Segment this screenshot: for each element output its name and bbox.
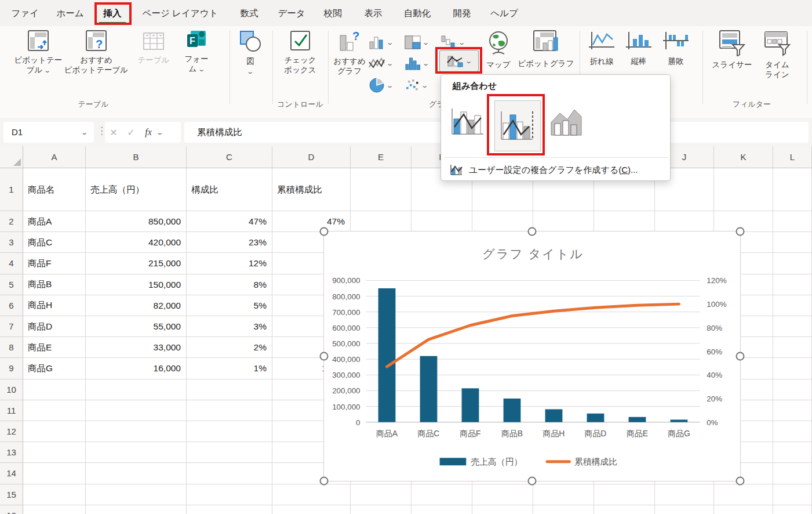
column-header-A[interactable]: A — [23, 146, 86, 168]
row-header-7[interactable]: 7 — [0, 316, 23, 337]
chart-resize-handle[interactable] — [736, 477, 745, 486]
combo-stacked-area-column-option[interactable] — [548, 104, 585, 141]
cell-D2[interactable]: 47% — [272, 211, 351, 232]
line-chart-button[interactable]: ⌄ — [369, 54, 401, 73]
recommended-pivot-button[interactable]: ? おすすめピボットテーブル — [65, 30, 128, 75]
cell-C7[interactable]: 3% — [187, 316, 272, 337]
row-header-1[interactable]: 1 — [0, 168, 23, 211]
tab-data[interactable]: データ — [276, 5, 307, 22]
pivot-table-button[interactable]: ピボットテーブル ⌄ — [13, 30, 64, 75]
enter-icon[interactable]: ✓ — [122, 127, 140, 138]
cell-A2[interactable]: 商品A — [23, 211, 86, 232]
cell-B3[interactable]: 420,000 — [86, 232, 187, 253]
combo-clustered-column-line-option[interactable] — [448, 104, 486, 141]
column-header-B[interactable]: B — [86, 146, 187, 168]
cancel-icon[interactable]: ✕ — [105, 127, 122, 138]
statistic-chart-button[interactable]: ⌄ — [405, 54, 437, 73]
cell-C1[interactable]: 構成比 — [187, 168, 272, 211]
row-header-11[interactable]: 11 — [0, 400, 23, 421]
create-custom-combo-chart-menu-item[interactable]: ユーザー設定の複合グラフを作成する(C)... — [449, 162, 638, 178]
chart-resize-handle[interactable] — [736, 352, 745, 361]
tab-developer[interactable]: 開発 — [447, 5, 477, 22]
cell-C8[interactable]: 2% — [187, 337, 272, 358]
chart-resize-handle[interactable] — [528, 477, 537, 486]
column-header-D[interactable]: D — [272, 146, 351, 168]
timeline-button[interactable]: タイムライン — [759, 30, 795, 79]
cell-B7[interactable]: 55,000 — [86, 316, 187, 337]
cell-A5[interactable]: 商品B — [23, 274, 86, 295]
tab-insert[interactable]: 挿入 — [97, 5, 128, 22]
cell-C2[interactable]: 47% — [187, 211, 272, 232]
chart-resize-handle[interactable] — [320, 352, 329, 361]
row-header-10[interactable]: 10 — [0, 379, 23, 400]
row-header-2[interactable]: 2 — [0, 211, 23, 232]
cell-B1[interactable]: 売上高（円） — [86, 168, 187, 211]
pareto-combo-chart[interactable]: 0100,000200,000300,000400,000500,000600,… — [323, 231, 741, 482]
cell-B9[interactable]: 16,000 — [86, 358, 187, 379]
row-header-6[interactable]: 6 — [0, 295, 23, 316]
cell-A9[interactable]: 商品G — [23, 358, 86, 379]
column-chart-button[interactable]: ⌄ — [369, 33, 401, 52]
cell-A6[interactable]: 商品H — [23, 295, 86, 316]
slicer-button[interactable]: スライサー — [708, 30, 756, 70]
tab-help[interactable]: ヘルプ — [489, 5, 520, 22]
cell-A8[interactable]: 商品E — [23, 337, 86, 358]
cell-A1[interactable]: 商品名 — [23, 168, 86, 211]
chevron-down-icon[interactable]: ⌄ — [81, 129, 88, 135]
row-header-5[interactable]: 5 — [0, 274, 23, 295]
row-header-14[interactable]: 14 — [0, 463, 23, 484]
cell-C4[interactable]: 12% — [187, 253, 272, 274]
table-button[interactable]: テーブル — [132, 30, 175, 65]
chart-resize-handle[interactable] — [320, 227, 329, 236]
column-header-E[interactable]: E — [351, 146, 412, 168]
tab-review[interactable]: 校閲 — [318, 5, 347, 22]
cell-C9[interactable]: 1% — [187, 358, 272, 379]
row-header-16[interactable]: 16 — [0, 505, 23, 514]
cell-B5[interactable]: 150,000 — [86, 274, 187, 295]
sparkline-column-button[interactable]: 縦棒 — [622, 30, 655, 66]
chevron-down-icon[interactable]: ⌄ — [156, 129, 163, 135]
pie-chart-button[interactable]: ⌄ — [369, 76, 401, 95]
tab-file[interactable]: ファイル — [8, 5, 42, 22]
cell-B2[interactable]: 850,000 — [86, 211, 187, 232]
cell-A3[interactable]: 商品C — [23, 232, 86, 253]
cell-B6[interactable]: 82,000 — [86, 295, 187, 316]
row-header-15[interactable]: 15 — [0, 484, 23, 505]
illustrations-button[interactable]: 図⌄ — [233, 30, 268, 76]
column-header-K[interactable]: K — [714, 146, 773, 168]
select-all-corner[interactable] — [0, 146, 23, 168]
pivot-chart-button[interactable]: ピボットグラフ — [517, 30, 575, 68]
waterfall-chart-button[interactable]: ⌄ — [440, 33, 473, 52]
checkbox-button[interactable]: チェックボックス — [277, 30, 323, 75]
tab-home[interactable]: ホーム — [53, 5, 87, 22]
column-header-L[interactable]: L — [773, 146, 812, 168]
hierarchy-chart-button[interactable]: ⌄ — [405, 33, 437, 52]
tab-automate[interactable]: 自動化 — [398, 5, 436, 22]
cell-C3[interactable]: 23% — [187, 232, 272, 253]
row-header-12[interactable]: 12 — [0, 421, 23, 442]
scatter-chart-button[interactable]: ⌄ — [405, 76, 437, 95]
name-box[interactable]: D1 ⌄ — [3, 122, 94, 143]
insert-function-icon[interactable]: fx — [140, 127, 157, 137]
column-header-C[interactable]: C — [187, 146, 272, 168]
tab-formulas[interactable]: 数式 — [234, 5, 264, 22]
cell-D1[interactable]: 累積構成比 — [272, 168, 351, 211]
tab-page-layout[interactable]: ページ レイアウト — [139, 5, 221, 22]
forms-button[interactable]: F フォーム ⌄ — [179, 30, 214, 74]
row-header-8[interactable]: 8 — [0, 337, 23, 358]
tab-view[interactable]: 表示 — [359, 5, 388, 22]
cell-A4[interactable]: 商品F — [23, 253, 86, 274]
row-header-13[interactable]: 13 — [0, 442, 23, 463]
sparkline-winloss-button[interactable]: 勝敗 — [660, 30, 692, 66]
combo-clustered-column-line-secondary-axis-option[interactable] — [494, 100, 541, 151]
recommended-charts-button[interactable]: ? おすすめグラフ — [332, 30, 367, 76]
cell-B4[interactable]: 215,000 — [86, 253, 187, 274]
cell-C5[interactable]: 8% — [187, 274, 272, 295]
cell-C6[interactable]: 5% — [187, 295, 272, 316]
cell-A7[interactable]: 商品D — [23, 316, 86, 337]
cell-B8[interactable]: 33,000 — [86, 337, 187, 358]
row-header-9[interactable]: 9 — [0, 358, 23, 379]
combo-chart-button[interactable]: ⌄ — [439, 50, 479, 72]
chart-resize-handle[interactable] — [320, 477, 329, 486]
chart-resize-handle[interactable] — [528, 227, 537, 236]
